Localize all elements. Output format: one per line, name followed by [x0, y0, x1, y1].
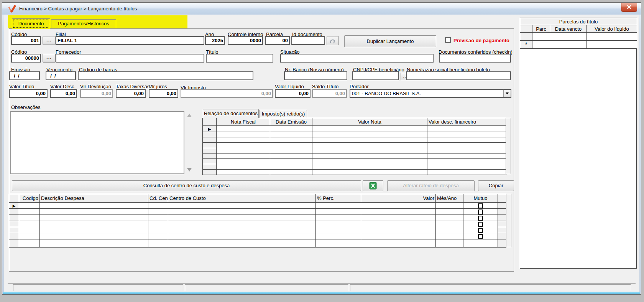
col-descricao-despesa-header: Descrição Despesa [40, 194, 148, 203]
controle-interno-input[interactable]: 0000 [228, 36, 263, 45]
situacao-input[interactable] [280, 54, 434, 63]
nome-beneficiario-input[interactable] [406, 71, 511, 80]
taxas-diversas-input[interactable]: 0,00 [116, 89, 146, 98]
mutuo-checkbox[interactable] [478, 203, 483, 208]
col-mutuo-header: Mutuo [463, 194, 498, 203]
id-documento-input[interactable] [291, 36, 325, 45]
ano-input[interactable]: 2025 [205, 36, 225, 45]
table-row [9, 239, 506, 248]
selector-header [520, 25, 532, 33]
portador-select[interactable]: 001 - BANCO DO BRASIL S.A. [350, 89, 511, 98]
codigo-filial-input[interactable]: 001 [11, 36, 41, 45]
id-documento-lookup-button[interactable] [327, 36, 339, 45]
table-row [203, 148, 506, 153]
emissao-input[interactable]: / / [9, 71, 40, 80]
selector-header [203, 118, 217, 126]
current-row-indicator: ▶ [13, 204, 16, 208]
valor-liquido-input[interactable]: 0,00 [275, 89, 310, 98]
vencimento-input[interactable]: / / [46, 71, 76, 80]
scroll-down-icon[interactable] [187, 168, 192, 172]
rateio-grid-vertical-scrollbar[interactable] [506, 194, 511, 247]
table-row [9, 227, 506, 233]
fornecedor-input[interactable] [56, 54, 204, 63]
title-bar[interactable]: Financeiro > Contas a pagar > Lançamento… [2, 3, 641, 15]
valor-titulo-input[interactable]: 0,00 [9, 89, 48, 98]
vlr-juros-input[interactable]: 0,00 [149, 89, 178, 98]
scroll-up-icon[interactable] [187, 114, 192, 117]
excel-icon [369, 182, 377, 190]
parcelas-panel: Parcelas do título Parc Data vencto Valo… [520, 18, 637, 269]
filial-browse-button[interactable]: ... [43, 36, 56, 45]
portador-label: Portador [350, 84, 369, 89]
mutuo-checkbox[interactable] [478, 210, 483, 215]
filial-input[interactable]: FILIAL 1 [56, 36, 204, 45]
table-row [203, 137, 506, 143]
vlr-devolucao-label: Vlr Devolução [80, 84, 111, 89]
parcelas-grid: Parcelas do título Parc Data vencto Valo… [520, 18, 637, 49]
col-data-vencto-header: Data vencto [550, 25, 587, 33]
rateio-grid: Codigo Descrição Despesa Cd. Centro Cent… [9, 194, 506, 248]
col-parc-header: Parc [532, 25, 550, 33]
codigo-fornecedor-input[interactable]: 00000 [11, 54, 41, 63]
consulta-centro-custo-button[interactable]: Consulta de centro de custo e despesa [12, 180, 361, 191]
portador-selected-value: 001 - BANCO DO BRASIL S.A. [352, 90, 421, 97]
tab-documento[interactable]: Documento [12, 18, 50, 29]
duplicar-lancamento-button[interactable]: Duplicar Lançamento [344, 35, 436, 47]
documentos-conferidos-input[interactable] [439, 54, 511, 63]
table-row [203, 159, 506, 164]
col-codigo-header: Codigo [19, 194, 40, 203]
valor-desc-input[interactable]: 0,00 [50, 89, 77, 98]
mutuo-checkbox[interactable] [478, 228, 483, 233]
fornecedor-browse-button[interactable]: ... [43, 54, 56, 63]
col-centro-custo-header: Centro de Custo [168, 194, 316, 203]
status-panel-1 [13, 284, 183, 291]
parcela-input[interactable]: 00 [265, 36, 290, 45]
previsao-pagamento-checkbox[interactable] [445, 37, 451, 43]
mutuo-checkbox[interactable] [478, 216, 483, 221]
documentos-grid-vertical-scrollbar[interactable] [506, 118, 511, 174]
nr-banco-input[interactable] [284, 71, 347, 80]
col-cd-centro-header: Cd. Centro [148, 194, 168, 203]
tab-pagamentos-historicos[interactable]: Pagamentos/Históricos [51, 19, 116, 28]
chevron-down-icon[interactable] [503, 90, 511, 97]
codigo-barras-input[interactable] [78, 71, 253, 80]
mutuo-checkbox[interactable] [478, 234, 483, 239]
table-row [9, 215, 506, 221]
titulo-input[interactable] [206, 54, 273, 63]
vlr-juros-label: Vlr juros [149, 84, 167, 89]
col-perc-header: % Perc. [316, 194, 361, 203]
mutuo-checkbox[interactable] [478, 222, 483, 227]
selector-header [9, 194, 19, 203]
col-valor-nota-header: Valor Nota [312, 118, 427, 126]
excel-export-button[interactable] [363, 180, 383, 191]
cnpj-beneficiario-input[interactable] [352, 71, 399, 80]
app-window: Financeiro > Contas a pagar > Lançamento… [2, 2, 641, 295]
table-row [9, 233, 506, 239]
new-row-marker: * [525, 41, 527, 48]
window-frame-accent [3, 292, 640, 294]
table-row [203, 164, 506, 170]
close-button[interactable] [621, 3, 637, 12]
valor-liquido-label: Valor Líquido [275, 84, 304, 89]
tab-relacao-documentos[interactable]: Relação de documentos [203, 109, 259, 118]
col-mes-ano-header: Mês/Ano [436, 194, 463, 203]
valor-desc-label: Valor Desc. [50, 84, 76, 89]
col-valor-liquido-header: Valor do líquido [587, 25, 637, 33]
alterar-rateio-button[interactable]: Alterar rateio de despesa [387, 180, 475, 191]
close-icon [627, 5, 631, 9]
previsao-pagamento-label[interactable]: Previsão de pagamento [453, 38, 509, 43]
col-nota-fiscal-header: Nota Fiscal [217, 118, 270, 126]
divider [8, 283, 636, 284]
table-row [203, 153, 506, 159]
table-row: * [520, 41, 637, 49]
documentos-grid: Nota Fiscal Data Emissão Valor Nota Valo… [202, 118, 506, 175]
observacoes-textarea[interactable] [10, 111, 184, 174]
copiar-button[interactable]: Copiar [478, 180, 514, 191]
filler-header [498, 194, 506, 203]
window-title: Financeiro > Contas a pagar > Lançamento… [19, 6, 137, 12]
vlr-devolucao-input: 0,00 [80, 89, 113, 98]
col-valor-header: Valor [361, 194, 436, 203]
tab-impostos-retidos[interactable]: Imposto(s) retido(s) [260, 110, 307, 118]
valor-titulo-label: Valor Título [9, 84, 34, 89]
lookup-icon [329, 37, 337, 45]
